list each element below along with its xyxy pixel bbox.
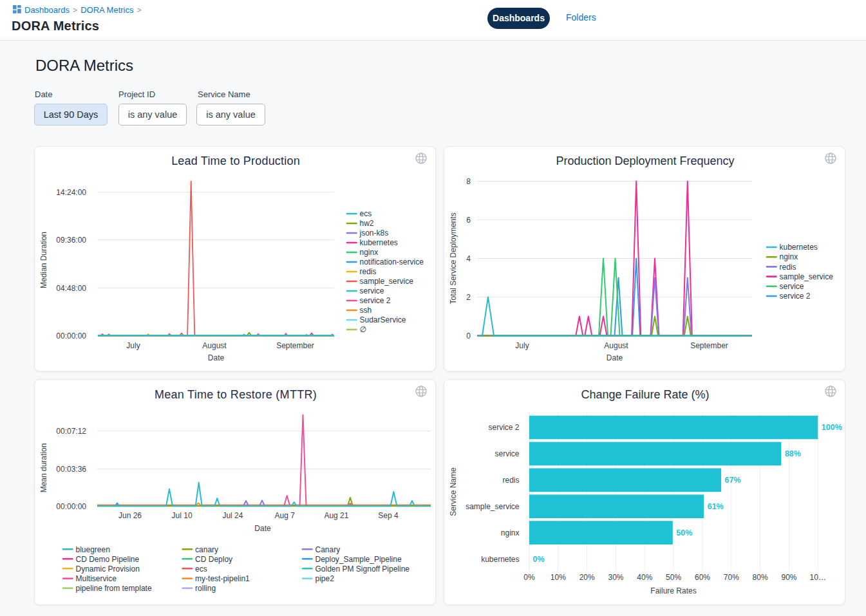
svg-text:14:24:00: 14:24:00 [56, 188, 86, 197]
svg-text:CD Demo Pipeline: CD Demo Pipeline [76, 555, 140, 564]
svg-text:Jul 24: Jul 24 [222, 511, 243, 520]
svg-text:rolling: rolling [195, 584, 216, 593]
svg-text:kubernetes: kubernetes [481, 555, 519, 564]
svg-text:Median Duration: Median Duration [39, 232, 48, 288]
svg-text:Mean Time to Restore (MTTR): Mean Time to Restore (MTTR) [155, 388, 317, 401]
svg-text:pipeline from template: pipeline from template [76, 584, 152, 593]
svg-text:70%: 70% [724, 573, 739, 582]
svg-text:CD Deploy: CD Deploy [195, 555, 232, 564]
svg-text:service: service [360, 286, 384, 295]
svg-text:service 2: service 2 [780, 292, 811, 301]
svg-text:10…: 10… [810, 573, 826, 582]
svg-text:sample_service: sample_service [780, 272, 834, 281]
svg-text:July: July [515, 341, 529, 350]
svg-text:July: July [126, 341, 140, 350]
svg-text:2: 2 [466, 293, 471, 302]
svg-text:json-k8s: json-k8s [359, 229, 389, 238]
svg-text:service 2: service 2 [488, 423, 519, 432]
svg-text:80%: 80% [753, 573, 768, 582]
svg-text:September: September [690, 341, 728, 350]
svg-text:Date: Date [254, 524, 271, 533]
svg-text:∅: ∅ [360, 325, 366, 334]
svg-text:nginx: nginx [501, 528, 520, 537]
svg-text:pipe2: pipe2 [315, 574, 335, 583]
svg-text:ecs: ecs [360, 209, 372, 218]
svg-text:8: 8 [466, 177, 471, 186]
svg-text:40%: 40% [637, 573, 652, 582]
svg-text:Production Deployment Frequenc: Production Deployment Frequency [556, 154, 734, 167]
svg-text:redis: redis [502, 476, 519, 485]
svg-text:Total Service Deployments: Total Service Deployments [449, 212, 458, 304]
svg-text:sample_service: sample_service [360, 277, 414, 286]
svg-text:Date: Date [607, 353, 623, 362]
svg-text:redis: redis [780, 263, 796, 272]
svg-text:88%: 88% [785, 449, 801, 458]
svg-text:Multiservice: Multiservice [76, 574, 117, 583]
svg-text:service: service [780, 282, 804, 291]
svg-text:Failure Rates: Failure Rates [650, 586, 696, 595]
svg-text:50%: 50% [666, 573, 681, 582]
svg-text:4: 4 [466, 254, 471, 263]
svg-text:20%: 20% [579, 573, 595, 582]
svg-text:SudarService: SudarService [360, 315, 406, 324]
svg-text:Sep 4: Sep 4 [378, 511, 399, 520]
svg-text:September: September [276, 341, 314, 350]
svg-text:nginx: nginx [780, 252, 798, 261]
svg-text:09:36:00: 09:36:00 [56, 236, 86, 245]
svg-text:my-test-pipelin1: my-test-pipelin1 [195, 574, 250, 583]
svg-text:100%: 100% [822, 423, 842, 432]
svg-text:Aug 21: Aug 21 [324, 511, 348, 520]
svg-text:0: 0 [466, 331, 471, 341]
svg-text:00:00:00: 00:00:00 [56, 502, 86, 511]
svg-text:00:03:36: 00:03:36 [56, 465, 86, 474]
svg-text:Service Name: Service Name [449, 467, 458, 516]
svg-text:ecs: ecs [195, 565, 207, 574]
svg-text:67%: 67% [725, 476, 741, 485]
svg-text:Lead Time to Production: Lead Time to Production [171, 154, 300, 167]
svg-text:nginx: nginx [360, 248, 379, 257]
svg-text:6: 6 [466, 216, 471, 225]
svg-text:Dynamic Provision: Dynamic Provision [76, 565, 140, 574]
svg-text:August: August [202, 341, 227, 350]
svg-text:30%: 30% [608, 573, 623, 582]
svg-text:notification-service: notification-service [360, 257, 424, 266]
svg-text:ssh: ssh [360, 306, 372, 315]
svg-text:service 2: service 2 [360, 296, 391, 305]
svg-text:Aug 7: Aug 7 [275, 511, 296, 520]
svg-text:kubernetes: kubernetes [780, 243, 818, 252]
svg-text:00:07:12: 00:07:12 [56, 427, 86, 436]
svg-text:Change Failure Rate (%): Change Failure Rate (%) [581, 388, 709, 401]
svg-text:hw2: hw2 [360, 219, 374, 228]
svg-text:service: service [494, 449, 519, 458]
svg-text:redis: redis [360, 267, 377, 276]
svg-text:Jun 26: Jun 26 [118, 511, 142, 520]
svg-text:Deploy_Sample_Pipeline: Deploy_Sample_Pipeline [315, 555, 402, 564]
svg-text:kubernetes: kubernetes [360, 238, 398, 247]
svg-text:Date: Date [208, 353, 225, 362]
svg-text:August: August [604, 341, 628, 350]
svg-text:90%: 90% [781, 573, 796, 582]
svg-text:Golden PM Signoff Pipeline: Golden PM Signoff Pipeline [315, 565, 410, 574]
svg-text:Jul 10: Jul 10 [172, 511, 193, 520]
svg-text:bluegreen: bluegreen [76, 545, 110, 554]
svg-text:Canary: Canary [315, 545, 341, 554]
svg-text:60%: 60% [695, 573, 710, 582]
svg-text:Mean duration: Mean duration [39, 443, 48, 493]
svg-text:00:00:00: 00:00:00 [56, 331, 86, 341]
svg-text:sample_service: sample_service [466, 502, 520, 511]
svg-text:50%: 50% [676, 528, 692, 537]
svg-text:04:48:00: 04:48:00 [56, 284, 86, 293]
svg-text:canary: canary [195, 545, 218, 554]
svg-text:10%: 10% [551, 573, 566, 582]
svg-text:0%: 0% [533, 555, 545, 564]
svg-text:0%: 0% [523, 573, 535, 582]
svg-text:61%: 61% [708, 502, 724, 511]
